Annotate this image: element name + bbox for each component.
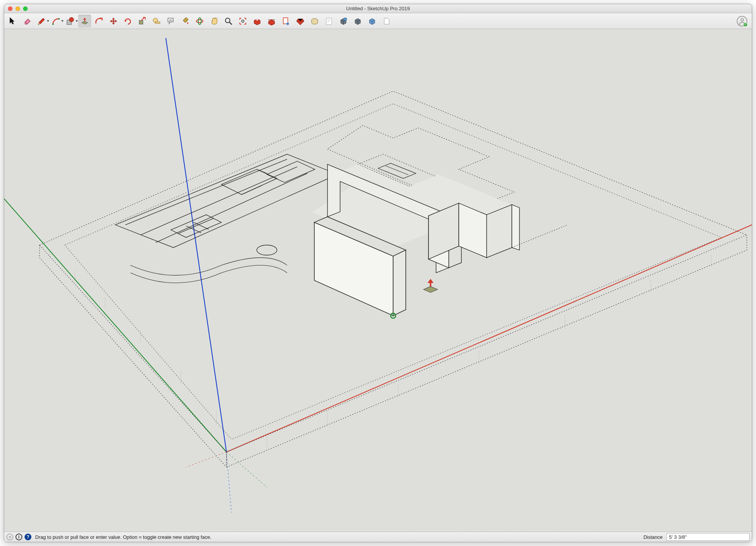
close-window-button[interactable] xyxy=(8,6,12,11)
magnifier-icon xyxy=(224,17,233,26)
chevron-down-icon xyxy=(47,20,49,22)
traffic-lights xyxy=(4,6,28,11)
chevron-down-icon xyxy=(76,20,78,22)
geo-location-icon[interactable]: ⌖ xyxy=(6,534,13,540)
component-icon-3[interactable] xyxy=(366,15,379,28)
cube-icon xyxy=(339,17,348,26)
tape-measure-tool[interactable] xyxy=(150,15,163,28)
svg-point-16 xyxy=(344,18,347,21)
arc-icon xyxy=(51,17,61,26)
svg-line-19 xyxy=(166,38,226,452)
svg-line-17 xyxy=(227,225,752,452)
user-icon xyxy=(740,18,744,22)
svg-point-10 xyxy=(198,18,201,25)
pan-tool[interactable] xyxy=(208,15,220,28)
model-info-tool[interactable] xyxy=(380,15,393,28)
window-title: Untitled - SketchUp Pro 2019 xyxy=(4,6,752,11)
svg-point-3 xyxy=(69,17,74,22)
svg-rect-13 xyxy=(283,18,288,24)
move-icon xyxy=(109,17,118,26)
chevron-down-icon xyxy=(61,20,64,22)
status-message: Drag to push or pull face or enter value… xyxy=(35,534,211,540)
text-tool[interactable]: A1 xyxy=(165,15,177,28)
hand-icon xyxy=(210,17,219,26)
offset-icon xyxy=(95,17,104,26)
zoom-tool[interactable] xyxy=(222,15,235,28)
layout-tool[interactable] xyxy=(323,15,335,28)
orbit-icon xyxy=(195,17,204,26)
svg-line-21 xyxy=(227,452,267,487)
offset-tool[interactable] xyxy=(93,15,106,28)
rotate-icon xyxy=(123,17,132,26)
extruded-walls xyxy=(312,164,568,318)
svg-point-1 xyxy=(58,18,60,20)
check-badge-icon xyxy=(743,22,748,27)
line-tool[interactable] xyxy=(35,15,48,28)
minimize-window-button[interactable] xyxy=(16,6,20,11)
section-icon xyxy=(310,17,319,26)
paper-icon xyxy=(324,17,334,26)
titlebar[interactable]: Untitled - SketchUp Pro 2019 xyxy=(4,4,752,13)
gem-icon xyxy=(296,17,305,26)
tape-icon xyxy=(152,17,161,26)
toolbar: A1 xyxy=(4,13,752,29)
page-icon xyxy=(382,17,391,26)
document-arrow-icon xyxy=(281,17,290,26)
svg-point-9 xyxy=(196,20,203,23)
shape-tool[interactable] xyxy=(64,15,77,28)
zoom-window-button[interactable] xyxy=(23,6,28,11)
paint-bucket-tool[interactable] xyxy=(179,15,192,28)
svg-line-22 xyxy=(227,452,231,512)
svg-rect-6 xyxy=(155,22,160,23)
svg-text:A1: A1 xyxy=(169,19,173,22)
shapes-icon xyxy=(66,17,75,26)
warehouse-share-tool[interactable] xyxy=(265,15,278,28)
statusbar: ⌖ i ? Drag to push or pull face or enter… xyxy=(4,532,752,542)
measurement-label: Distance xyxy=(643,534,663,540)
svg-point-12 xyxy=(242,20,244,22)
app-window: Untitled - SketchUp Pro 2019 xyxy=(4,4,752,542)
measurement-input[interactable]: 5' 3 3/8" xyxy=(666,533,750,541)
box-down-icon xyxy=(253,17,262,26)
section-plane-tool[interactable] xyxy=(308,15,321,28)
eraser-tool[interactable] xyxy=(21,15,34,28)
scale-tool[interactable] xyxy=(136,15,149,28)
warehouse-send-tool[interactable] xyxy=(279,15,292,28)
viewport[interactable] xyxy=(4,29,752,532)
push-pull-cursor xyxy=(424,279,438,292)
floorplan-left xyxy=(115,154,338,283)
measurement-value: 5' 3 3/8" xyxy=(669,534,687,540)
credits-icon[interactable]: i xyxy=(16,534,22,540)
orbit-tool[interactable] xyxy=(193,15,206,28)
component-icon-2[interactable] xyxy=(351,15,364,28)
svg-point-11 xyxy=(225,18,230,23)
cube-icon xyxy=(353,17,362,26)
text-icon: A1 xyxy=(166,17,175,26)
svg-point-0 xyxy=(52,23,54,25)
help-icon[interactable]: ? xyxy=(25,534,31,540)
rotate-tool[interactable] xyxy=(121,15,134,28)
push-pull-tool[interactable] xyxy=(78,15,91,28)
select-tool[interactable] xyxy=(6,15,19,28)
bucket-icon xyxy=(181,17,190,26)
scale-icon xyxy=(138,17,147,26)
pencil-icon xyxy=(37,17,46,26)
move-tool[interactable] xyxy=(107,15,120,28)
eraser-icon xyxy=(23,17,32,26)
zoom-extents-tool[interactable] xyxy=(236,15,249,28)
cube-icon xyxy=(368,17,377,26)
svg-point-38 xyxy=(392,315,394,316)
extension-warehouse-tool[interactable] xyxy=(294,15,307,28)
component-icon-1[interactable] xyxy=(337,15,350,28)
cursor-icon xyxy=(8,17,17,26)
zoom-extents-icon xyxy=(238,17,247,26)
box-open-icon xyxy=(267,17,276,26)
scene-canvas xyxy=(4,29,752,532)
svg-line-20 xyxy=(186,452,227,467)
arc-tool[interactable] xyxy=(50,15,62,28)
svg-line-18 xyxy=(4,164,227,452)
push-pull-icon xyxy=(80,17,89,26)
svg-rect-15 xyxy=(326,18,332,25)
user-account-button[interactable] xyxy=(737,16,747,26)
warehouse-get-tool[interactable] xyxy=(251,15,264,28)
